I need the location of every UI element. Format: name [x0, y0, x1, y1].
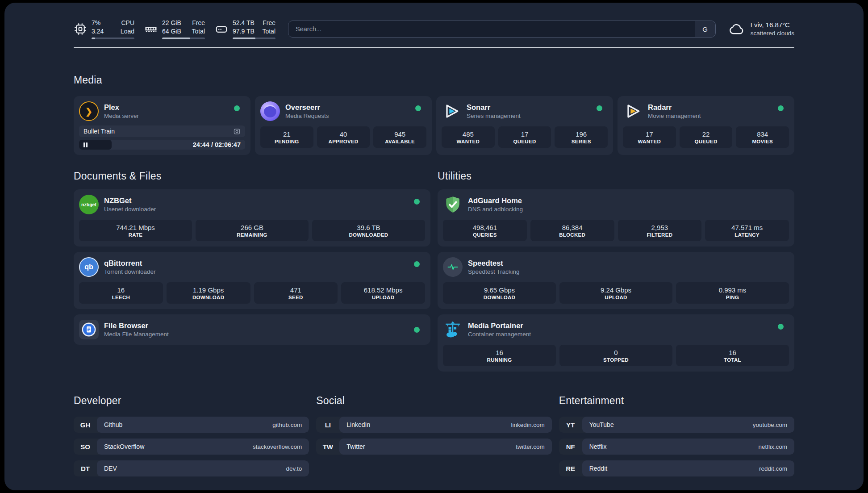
app-name: Plex: [104, 103, 139, 112]
link-name: Reddit: [589, 465, 607, 472]
radarr-icon: [623, 101, 643, 121]
portainer-icon: [443, 320, 463, 339]
nzbget-icon: nzbget: [79, 195, 99, 214]
ram-icon: [144, 22, 158, 36]
link-bar: StackOverflow stackoverflow.com: [97, 439, 309, 455]
status-dot: [597, 105, 602, 111]
stat-box: 266 GBREMAINING: [196, 220, 309, 241]
app-card-speedtest[interactable]: Speedtest Speedtest Tracking 9.65 GbpsDO…: [438, 252, 794, 309]
link-netflix[interactable]: NF Netflix netflix.com: [559, 439, 794, 455]
link-abbr: TW: [316, 439, 339, 455]
link-url: github.com: [272, 422, 302, 428]
link-stackoverflow[interactable]: SO StackOverflow stackoverflow.com: [74, 439, 309, 455]
link-twitter[interactable]: TW Twitter twitter.com: [316, 439, 551, 455]
stat-value: 17: [646, 130, 653, 138]
stat-box: 21PENDING: [260, 126, 313, 148]
app-name: Speedtest: [468, 259, 520, 267]
status-dot: [778, 324, 784, 330]
link-dev[interactable]: DT DEV dev.to: [74, 460, 309, 476]
stat-label: LATENCY: [734, 232, 760, 238]
stat-box: 22QUEUED: [680, 126, 733, 148]
app-card-nzbget[interactable]: nzbget NZBGet Usenet downloader 744.21 M…: [74, 189, 430, 246]
app-card-sonarr[interactable]: Sonarr Series management 485WANTED 17QUE…: [436, 96, 613, 155]
stat-label: DOWNLOADED: [349, 232, 388, 238]
now-playing-time: 24:44 / 02:06:47: [193, 141, 245, 148]
stat-value: 16: [496, 349, 503, 356]
stat-value: 22: [702, 130, 710, 138]
plex-icon: ❯: [79, 101, 99, 121]
stat-label: QUEUED: [513, 139, 536, 144]
qbittorrent-icon: qb: [79, 257, 99, 277]
app-card-radarr[interactable]: Radarr Movie management 17WANTED 22QUEUE…: [618, 96, 794, 155]
app-subtitle: Media Requests: [285, 113, 329, 120]
app-name: Sonarr: [467, 103, 521, 112]
stat-label: PING: [726, 295, 739, 300]
disk-free-value: 52.4 TB: [233, 19, 255, 27]
stat-label: FILTERED: [647, 232, 672, 238]
stat-box: 0.993 msPING: [676, 282, 789, 304]
system-widgets: 7% 3.24 CPU Load: [74, 19, 275, 39]
stat-value: 618.52 Mbps: [364, 286, 403, 294]
stat-label: TOTAL: [724, 357, 741, 363]
disk-free-label: Free: [262, 19, 275, 27]
link-linkedin[interactable]: LI LinkedIn linkedin.com: [316, 417, 551, 433]
app-card-filebrowser[interactable]: File Browser Media File Management: [74, 314, 430, 345]
cpu-progress-track: [92, 38, 134, 39]
link-reddit[interactable]: RE Reddit reddit.com: [559, 460, 794, 476]
link-url: stackoverflow.com: [253, 443, 302, 450]
stat-box: 86,384BLOCKED: [530, 220, 614, 241]
app-card-overseerr[interactable]: Overseerr Media Requests 21PENDING 40APP…: [255, 96, 432, 155]
stat-label: AVAILABLE: [385, 139, 415, 144]
app-subtitle: Usenet downloader: [104, 206, 156, 213]
section-entertainment: Entertainment YT YouTube youtube.com NF …: [559, 395, 794, 476]
link-github[interactable]: GH Github github.com: [74, 417, 309, 433]
memory-total-value: 64 GiB: [162, 27, 181, 36]
status-dot: [234, 105, 240, 111]
stat-value: 266 GB: [241, 224, 263, 231]
disk-progress-fill: [233, 38, 255, 39]
section-developer: Developer GH Github github.com SO StackO…: [74, 395, 309, 476]
link-name: Twitter: [346, 443, 365, 450]
link-abbr: LI: [316, 417, 339, 433]
link-youtube[interactable]: YT YouTube youtube.com: [559, 417, 794, 433]
stat-value: 485: [463, 130, 474, 138]
status-dot: [778, 105, 784, 111]
stat-label: WANTED: [457, 139, 480, 144]
app-name: Overseerr: [285, 103, 329, 112]
stat-box: 498,461QUERIES: [443, 220, 527, 241]
link-bar: YouTube youtube.com: [582, 417, 794, 433]
stat-label: UPLOAD: [372, 295, 394, 300]
stat-value: 39.6 TB: [357, 224, 380, 231]
disk-widget: 52.4 TB 97.9 TB Free Total: [215, 19, 275, 39]
link-bar: Netflix netflix.com: [582, 439, 794, 455]
link-url: twitter.com: [516, 443, 545, 450]
stat-value: 1.19 Gbps: [193, 286, 224, 294]
search-provider-button[interactable]: G: [695, 21, 715, 37]
stat-label: QUEUED: [695, 139, 718, 144]
stat-value: 17: [521, 130, 529, 138]
stat-box: 9.24 GbpsUPLOAD: [559, 282, 672, 304]
app-card-plex[interactable]: ❯ Plex Media server Bullet Train: [74, 96, 250, 155]
search-input[interactable]: [288, 21, 695, 37]
disk-progress-track: [233, 38, 275, 39]
app-card-qbittorrent[interactable]: qb qBittorrent Torrent downloader 16LEEC…: [74, 252, 430, 309]
stat-value: 86,384: [562, 224, 583, 231]
section-media: Media ❯ Plex Media server Bullet Train: [74, 74, 794, 155]
stat-value: 498,461: [473, 224, 497, 231]
stat-box: 945AVAILABLE: [373, 126, 426, 148]
app-card-adguard[interactable]: AdGuard Home DNS and adblocking 498,461Q…: [438, 189, 794, 246]
link-url: reddit.com: [759, 465, 787, 472]
link-bar: LinkedIn linkedin.com: [339, 417, 551, 433]
app-name: NZBGet: [104, 196, 156, 205]
stat-box: 485WANTED: [442, 126, 495, 148]
app-name: Radarr: [648, 103, 701, 112]
link-name: Github: [104, 421, 122, 428]
now-playing-title: Bullet Train: [83, 128, 115, 135]
app-subtitle: Media server: [104, 113, 139, 120]
stat-label: MOVIES: [752, 139, 773, 144]
sonarr-icon: [442, 101, 461, 121]
stat-label: REMAINING: [237, 232, 267, 238]
memory-widget: 22 GiB 64 GiB Free Total: [144, 19, 205, 39]
app-card-portainer[interactable]: Media Portainer Container management 16R…: [438, 314, 794, 372]
disk-total-label: Total: [262, 27, 275, 36]
